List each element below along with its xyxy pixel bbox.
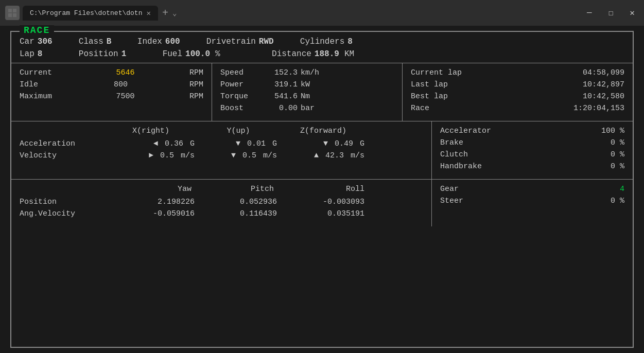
accelerator-value: 100 — [601, 127, 615, 135]
accel-x-unit: G — [190, 139, 195, 148]
pos-yaw-value: 2.198226 — [107, 198, 200, 206]
cylinders-label: Cylinders — [300, 37, 344, 46]
window-controls: — ☐ ✕ — [583, 6, 639, 20]
best-lap-label: Best lap — [411, 92, 448, 101]
laps-cell: Current lap 04:58,099 Last lap 10:42,897… — [403, 63, 633, 121]
pos-pitch-value: 0.052936 — [200, 198, 282, 206]
rpm-cell: Current 5646 RPM Idle 800 RPM Maximum 75… — [11, 63, 212, 121]
last-lap-value: 10:42,897 — [583, 80, 624, 89]
clutch-unit: % — [620, 150, 624, 159]
position-value: 1 — [121, 49, 147, 59]
accel-z-unit: G — [360, 139, 364, 148]
minimize-button[interactable]: — — [583, 6, 596, 20]
current-lap-row: Current lap 04:58,099 — [411, 68, 624, 77]
rotation-cell: Yaw Pitch Roll Position 2.198226 0.05293… — [11, 180, 432, 226]
pos-roll-value: -0.003093 — [282, 198, 364, 206]
vel-z-unit: m/s — [351, 151, 364, 160]
torque-label: Torque — [220, 92, 262, 101]
class-item: Class B — [79, 37, 122, 46]
speed-unit: km/h — [301, 68, 321, 77]
race-row: Race 1:20:04,153 — [411, 104, 624, 113]
accel-label: Acceleration — [20, 139, 107, 148]
last-lap-label: Last lap — [411, 80, 448, 89]
controls-cell2: Gear 4 Steer 0 % — [432, 180, 633, 226]
power-value: 319.1 — [262, 80, 298, 89]
brake-value: 0 — [611, 138, 615, 147]
boost-row: Boost 0.00 bar — [220, 104, 394, 113]
last-lap-row: Last lap 10:42,897 — [411, 80, 624, 89]
power-row: Power 319.1 kW — [220, 80, 394, 89]
index-item: Index 600 — [137, 37, 191, 46]
svg-rect-3 — [13, 13, 16, 17]
vel-x-unit: m/s — [181, 151, 195, 160]
data-row2: X(right) Y(up) Z(forward) Acceleration ◄… — [11, 121, 633, 179]
motion-header-x: X(right) — [107, 127, 200, 135]
steer-label: Steer — [440, 197, 463, 205]
handbrake-row: Handbrake 0 % — [440, 162, 624, 171]
close-button[interactable]: ✕ — [625, 6, 639, 20]
rpm-current-label: Current — [20, 68, 52, 77]
vel-z-value: 42.3 — [325, 151, 344, 160]
race-header-label: RACE — [20, 25, 54, 36]
accel-y-unit: G — [272, 139, 277, 148]
power-label: Power — [220, 80, 262, 89]
car-info-row2: Lap 8 Position 1 Fuel 100.0 % Distance 1… — [11, 49, 633, 63]
velocity-label: Velocity — [20, 151, 107, 160]
drivetrain-label: Drivetrain — [206, 37, 256, 46]
rpm-max-label: Maximum — [20, 92, 52, 101]
svg-rect-0 — [8, 9, 12, 12]
speed-cell: Speed 152.3 km/h Power 319.1 kW Torque 5… — [212, 63, 403, 121]
ang-pitch-value: 0.116439 — [200, 209, 282, 218]
tab-dropdown-button[interactable]: ⌄ — [172, 9, 177, 17]
class-value: B — [107, 37, 122, 46]
vel-z-arrow: ▲ — [314, 151, 319, 160]
torque-unit: Nm — [301, 92, 321, 101]
new-tab-button[interactable]: + — [162, 7, 168, 19]
handbrake-unit: % — [620, 162, 624, 171]
accel-y-value: 0.01 — [247, 139, 266, 148]
tab-title: C:\Program Files\dotnet\dotn — [30, 9, 142, 17]
maximize-button[interactable]: ☐ — [604, 6, 618, 20]
best-lap-row: Best lap 10:42,580 — [411, 92, 624, 101]
current-lap-label: Current lap — [411, 68, 462, 77]
titlebar: C:\Program Files\dotnet\dotn ✕ + ⌄ — ☐ ✕ — [0, 0, 644, 26]
brake-label: Brake — [440, 138, 463, 147]
accelerator-row: Accelerator 100 % — [440, 127, 624, 135]
fuel-item: Fuel 100.0 % — [163, 49, 256, 59]
fuel-label: Fuel — [163, 49, 182, 59]
power-unit: kW — [301, 80, 321, 89]
drivetrain-item: Drivetrain RWD — [206, 37, 285, 46]
motion-cell: X(right) Y(up) Z(forward) Acceleration ◄… — [11, 121, 432, 179]
accel-z-arrow: ▼ — [323, 139, 328, 148]
vel-y-value: 0.5 — [242, 151, 256, 160]
speed-label: Speed — [220, 68, 262, 77]
lap-label: Lap — [20, 49, 34, 59]
ang-velocity-label: Ang.Velocity — [20, 209, 107, 218]
cylinders-value: 8 — [347, 37, 353, 46]
ang-roll-value: 0.035191 — [282, 209, 364, 218]
accel-y-arrow: ▼ — [236, 139, 240, 148]
handbrake-label: Handbrake — [440, 162, 482, 171]
motion-header-z: Z(forward) — [282, 127, 364, 135]
best-lap-value: 10:42,580 — [583, 92, 624, 101]
steer-value: 0 — [611, 197, 615, 205]
steer-row: Steer 0 % — [440, 197, 624, 205]
rotation-header: Yaw Pitch Roll — [20, 185, 423, 193]
car-item: Car 306 — [20, 37, 63, 46]
data-row1: Current 5646 RPM Idle 800 RPM Maximum 75… — [11, 63, 633, 121]
tab-close-button[interactable]: ✕ — [146, 9, 150, 17]
distance-label: Distance — [272, 49, 311, 59]
car-value: 306 — [38, 37, 63, 46]
index-value: 600 — [165, 37, 191, 46]
rpm-current-value: 5646 — [104, 68, 135, 77]
acceleration-row: Acceleration ◄ 0.36 G ▼ 0.01 G ▼ — [20, 139, 423, 148]
app-icon — [5, 6, 20, 20]
boost-value: 0.00 — [262, 104, 298, 113]
vel-x-arrow: ► — [149, 151, 153, 160]
brake-unit: % — [620, 138, 624, 147]
active-tab[interactable]: C:\Program Files\dotnet\dotn ✕ — [23, 6, 158, 21]
distance-item: Distance 188.9 KM — [272, 49, 354, 59]
rpm-idle-row: Idle 800 RPM — [20, 80, 203, 89]
steer-unit: % — [620, 197, 624, 205]
position-rotation-row: Position 2.198226 0.052936 -0.003093 — [20, 198, 423, 206]
